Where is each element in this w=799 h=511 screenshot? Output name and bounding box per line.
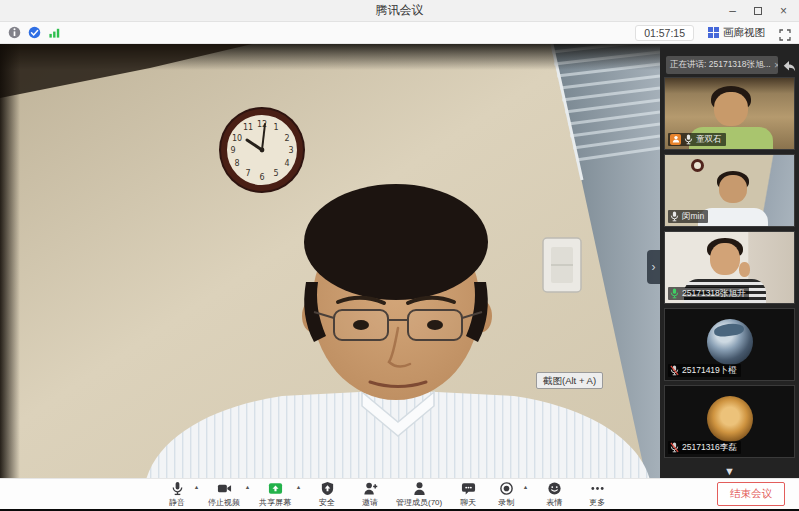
mic-on-icon [684, 134, 693, 145]
mute-button[interactable]: 静音 [165, 479, 199, 509]
chat-button[interactable]: 聊天 [451, 479, 485, 509]
network-signal-icon[interactable] [48, 26, 61, 39]
meeting-timer: 01:57:15 [635, 25, 694, 41]
share-screen-button[interactable]: 共享屏幕 [259, 479, 301, 509]
mic-on-icon [670, 211, 679, 222]
participant-name-tag: 25171419卜橙 [668, 364, 741, 377]
window-title: 腾讯会议 [0, 2, 799, 19]
participant-thumbnail[interactable]: 25171316李磊 [664, 385, 795, 458]
participant-name-tag: 闵min [668, 210, 708, 223]
mute-options-caret-icon[interactable] [193, 483, 200, 490]
return-arrow-icon[interactable] [782, 59, 796, 72]
speaking-banner: 正在讲话: 25171318张旭... [666, 56, 778, 74]
participant-thumbnail[interactable]: 25171419卜橙 [664, 308, 795, 381]
participant-thumbnail[interactable]: 童双石 [664, 77, 795, 150]
security-button[interactable]: 安全 [310, 479, 344, 509]
meeting-control-bar: 静音 停止视频 共享屏幕 安全 邀请 管理成员(70) 聊天 [0, 478, 799, 509]
light-switch [543, 238, 581, 292]
participant-name: 25171419卜橙 [682, 365, 737, 376]
avatar [707, 396, 753, 442]
content-area: 1212 345 678 91011 [0, 44, 799, 478]
participant-name: 25171316李磊 [682, 442, 737, 453]
host-badge-icon [670, 134, 681, 145]
collapse-list-arrow-icon[interactable] [724, 466, 735, 477]
close-button[interactable]: × [780, 5, 787, 17]
svg-text:2: 2 [284, 134, 289, 143]
participant-name: 25171318张旭升 [682, 288, 745, 299]
svg-text:1: 1 [273, 123, 278, 132]
mic-muted-icon [670, 442, 679, 453]
gallery-grid-icon [708, 27, 719, 38]
record-icon [499, 481, 514, 496]
svg-text:6: 6 [259, 173, 264, 182]
emoji-button[interactable]: 表情 [537, 479, 571, 509]
participant-name-tag: 25171318张旭升 [668, 287, 749, 300]
record-button[interactable]: 录制 [494, 479, 528, 509]
meeting-info-icon[interactable] [8, 26, 21, 39]
share-screen-icon [268, 481, 283, 496]
banner-close-icon[interactable] [774, 61, 778, 70]
more-icon [590, 481, 605, 496]
participant-name-tag: 童双石 [668, 133, 726, 146]
participants-sidebar: 正在讲话: 25171318张旭... [660, 44, 799, 478]
svg-text:8: 8 [234, 159, 239, 168]
stop-video-button[interactable]: 停止视频 [208, 479, 250, 509]
topbar-view-controls: 01:57:15 画廊视图 [635, 25, 791, 41]
participant-name: 童双石 [696, 134, 722, 145]
speaker-video-feed: 1212 345 678 91011 [0, 44, 660, 478]
speaking-indicator-row: 正在讲话: 25171318张旭... [660, 56, 799, 74]
share-options-caret-icon[interactable] [295, 483, 302, 490]
camera-icon [217, 481, 232, 496]
manage-members-button[interactable]: 管理成员(70) [396, 479, 442, 509]
more-button[interactable]: 更多 [580, 479, 614, 509]
mic-muted-icon [670, 365, 679, 376]
meeting-topbar: 01:57:15 画廊视图 [0, 22, 799, 44]
chat-icon [461, 481, 476, 496]
avatar [707, 319, 753, 365]
gallery-view-label: 画廊视图 [723, 26, 765, 40]
protection-icon[interactable] [28, 26, 41, 39]
mic-icon [170, 481, 185, 496]
titlebar: 腾讯会议 – × [0, 0, 799, 22]
mic-speaking-icon [670, 288, 679, 299]
video-options-caret-icon[interactable] [244, 483, 251, 490]
svg-text:9: 9 [230, 146, 235, 155]
svg-text:10: 10 [232, 134, 242, 143]
gallery-view-button[interactable]: 画廊视图 [708, 26, 765, 40]
participant-name: 闵min [682, 211, 704, 222]
members-icon [412, 481, 427, 496]
screenshot-shortcut-tooltip: 截图(Alt + A) [536, 372, 603, 389]
svg-text:3: 3 [288, 146, 293, 155]
svg-text:7: 7 [245, 169, 250, 178]
participant-thumbnail[interactable]: 闵min [664, 154, 795, 227]
svg-text:4: 4 [284, 159, 289, 168]
speaking-banner-text: 正在讲话: 25171318张旭... [670, 59, 771, 71]
maximize-button[interactable] [754, 5, 762, 17]
main-speaker-video[interactable]: 1212 345 678 91011 [0, 44, 660, 478]
shield-icon [320, 481, 335, 496]
svg-text:11: 11 [243, 123, 253, 132]
invite-icon [363, 481, 378, 496]
emoji-icon [547, 481, 562, 496]
record-options-caret-icon[interactable] [522, 483, 529, 490]
minimize-button[interactable]: – [729, 5, 736, 17]
fullscreen-icon[interactable] [779, 27, 791, 39]
topbar-status-icons [8, 26, 61, 39]
participant-name-tag: 25171316李磊 [668, 441, 741, 454]
wall-clock: 1212 345 678 91011 [219, 107, 305, 193]
window-controls: – × [729, 5, 799, 17]
end-meeting-button[interactable]: 结束会议 [717, 482, 785, 506]
sidebar-expand-chevron-icon[interactable]: › [647, 250, 660, 284]
tencent-meeting-window: 腾讯会议 – × 01:57:15 画廊视图 [0, 0, 799, 511]
invite-button[interactable]: 邀请 [353, 479, 387, 509]
maximize-icon [754, 7, 762, 15]
participant-thumbnail-speaking[interactable]: 25171318张旭升 [664, 231, 795, 304]
svg-text:5: 5 [273, 169, 278, 178]
